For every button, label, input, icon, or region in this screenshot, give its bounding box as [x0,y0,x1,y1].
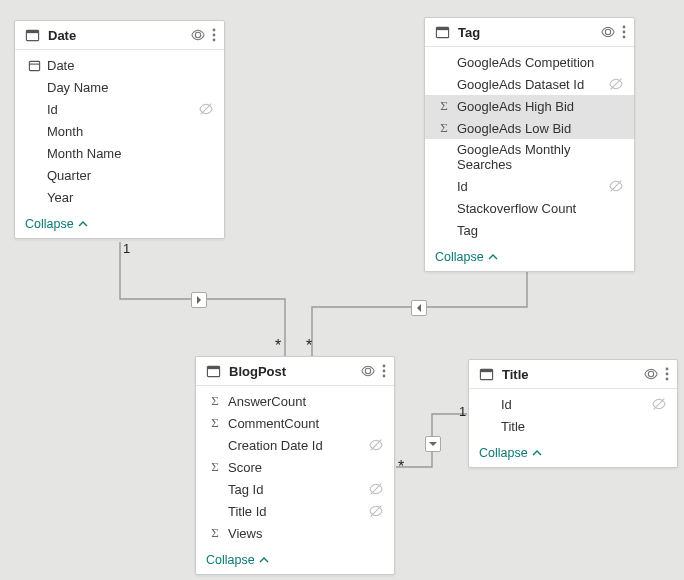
field-row[interactable]: Date [15,54,224,76]
field-label: GoogleAds High Bid [457,99,626,114]
table-header-title[interactable]: Title [469,360,677,389]
field-label: Views [228,526,386,541]
table-card-date[interactable]: Date DateDay NameIdMonthMonth NameQuarte… [14,20,225,239]
field-row[interactable]: ΣCommentCount [196,412,394,434]
sigma-icon: Σ [435,98,453,114]
field-row[interactable]: GoogleAds Competition [425,51,634,73]
table-title: BlogPost [229,364,354,379]
field-list-tag: GoogleAds CompetitionGoogleAds Dataset I… [425,47,634,245]
chevron-up-icon [259,555,269,565]
field-row[interactable]: ΣGoogleAds Low Bid [425,117,634,139]
hidden-eye-icon [368,503,386,519]
field-row[interactable]: ΣAnswerCount [196,390,394,412]
visibility-icon[interactable] [643,366,659,382]
hidden-eye-icon [368,481,386,497]
svg-point-3 [213,34,216,37]
field-row[interactable]: Day Name [15,76,224,98]
hidden-eye-icon [608,178,626,194]
field-row[interactable]: Month Name [15,142,224,164]
field-row[interactable]: Month [15,120,224,142]
field-label: Title [501,419,669,434]
table-card-title[interactable]: Title IdTitle Collapse [468,359,678,468]
svg-point-19 [383,375,386,378]
cardinality-blogpost-tag-many: * [306,337,312,355]
collapse-button[interactable]: Collapse [15,212,224,238]
relationship-arrow-date-blogpost [191,292,207,308]
field-row[interactable]: GoogleAds Dataset Id [425,73,634,95]
more-options-icon[interactable] [622,25,626,39]
field-row[interactable]: ΣScore [196,456,394,478]
visibility-icon[interactable] [360,363,376,379]
more-options-icon[interactable] [665,367,669,381]
sigma-icon: Σ [206,525,224,541]
field-label: Title Id [228,504,368,519]
table-header-date[interactable]: Date [15,21,224,50]
svg-rect-16 [207,366,219,369]
sigma-icon: Σ [206,459,224,475]
visibility-icon[interactable] [600,24,616,40]
table-header-blogpost[interactable]: BlogPost [196,357,394,386]
field-row[interactable]: Quarter [15,164,224,186]
field-label: Id [501,397,651,412]
field-row[interactable]: Stackoverflow Count [425,197,634,219]
svg-point-27 [666,378,669,381]
svg-point-10 [623,26,626,29]
field-label: AnswerCount [228,394,386,409]
table-card-tag[interactable]: Tag GoogleAds CompetitionGoogleAds Datas… [424,17,635,272]
svg-point-17 [383,365,386,368]
svg-rect-9 [436,27,448,30]
hidden-eye-icon [368,437,386,453]
hidden-eye-icon [198,101,216,117]
field-row[interactable]: Tag Id [196,478,394,500]
field-label: Year [47,190,216,205]
table-title: Date [48,28,184,43]
hidden-eye-icon [608,76,626,92]
field-row[interactable]: Tag [425,219,634,241]
chevron-up-icon [532,448,542,458]
relationship-arrow-title-blogpost [425,436,441,452]
svg-point-12 [623,36,626,39]
field-label: GoogleAds Dataset Id [457,77,608,92]
field-label: Day Name [47,80,216,95]
field-label: CommentCount [228,416,386,431]
field-row[interactable]: Id [425,175,634,197]
table-header-tag[interactable]: Tag [425,18,634,47]
svg-point-2 [213,29,216,32]
field-row[interactable]: GoogleAds Monthly Searches [425,139,634,175]
collapse-button[interactable]: Collapse [196,548,394,574]
field-row[interactable]: ΣGoogleAds High Bid [425,95,634,117]
svg-point-4 [213,39,216,42]
svg-rect-24 [480,369,492,372]
field-row[interactable]: ΣViews [196,522,394,544]
table-icon [479,367,494,382]
collapse-button[interactable]: Collapse [425,245,634,271]
field-label: Quarter [47,168,216,183]
visibility-icon[interactable] [190,27,206,43]
svg-point-26 [666,373,669,376]
table-title: Title [502,367,637,382]
collapse-label: Collapse [25,217,74,231]
table-title: Tag [458,25,594,40]
field-label: Month [47,124,216,139]
relationship-arrow-tag-blogpost [411,300,427,316]
field-label: GoogleAds Competition [457,55,626,70]
field-label: Id [457,179,608,194]
collapse-label: Collapse [479,446,528,460]
field-label: GoogleAds Low Bid [457,121,626,136]
calendar-icon [25,59,43,72]
more-options-icon[interactable] [212,28,216,42]
field-row[interactable]: Title Id [196,500,394,522]
table-card-blogpost[interactable]: BlogPost ΣAnswerCountΣCommentCountCreati… [195,356,395,575]
field-row[interactable]: Creation Date Id [196,434,394,456]
cardinality-blogpost-date-many: * [275,337,281,355]
field-row[interactable]: Id [15,98,224,120]
collapse-button[interactable]: Collapse [469,441,677,467]
field-list-title: IdTitle [469,389,677,441]
more-options-icon[interactable] [382,364,386,378]
field-row[interactable]: Id [469,393,677,415]
chevron-up-icon [78,219,88,229]
field-list-date: DateDay NameIdMonthMonth NameQuarterYear [15,50,224,212]
field-row[interactable]: Year [15,186,224,208]
table-icon [206,364,221,379]
field-row[interactable]: Title [469,415,677,437]
